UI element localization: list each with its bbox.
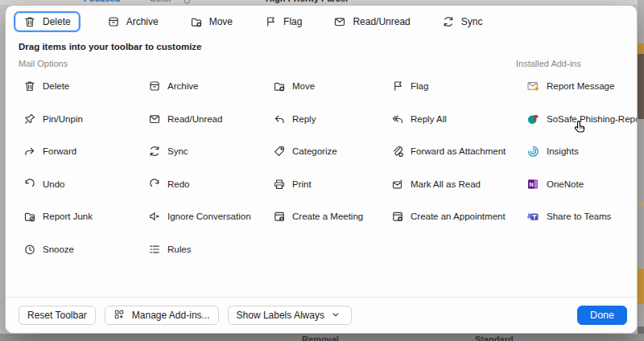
mail-option-reply-all[interactable]: Reply All	[386, 113, 510, 125]
toolbar-item-sync[interactable]: Sync	[437, 11, 488, 32]
mail-option-archive[interactable]: Archive	[143, 80, 268, 92]
ignore-conversation-icon	[148, 210, 161, 223]
mail-option-snooze[interactable]: Snooze	[19, 243, 143, 256]
move-icon	[190, 15, 203, 28]
mail-option-label: Reply	[292, 114, 316, 124]
mail-option-rules[interactable]: Rules	[143, 243, 268, 256]
mail-option-mark-all-as-read[interactable]: Mark All as Read	[386, 178, 510, 191]
categorize-icon	[273, 145, 286, 158]
addin-share-to-teams[interactable]: Share to Teams	[516, 200, 637, 233]
background-category-brown	[638, 54, 644, 119]
mail-option-label: Create a Meeting	[292, 212, 363, 221]
mail-option-label: Forward as Attachment	[411, 146, 506, 156]
background-right-strip	[638, 0, 644, 341]
background-focused-tab: Focused	[84, 0, 120, 3]
mail-option-pin-unpin[interactable]: Pin/Unpin	[19, 113, 143, 125]
dialog-footer: Reset Toolbar Manage Add-ins... Show Lab…	[6, 297, 637, 333]
done-button[interactable]: Done	[577, 306, 627, 325]
mail-option-label: Redo	[167, 179, 190, 189]
teams-icon	[526, 210, 539, 223]
addin-onenote[interactable]: NOneNote	[516, 168, 637, 201]
mail-option-move[interactable]: Move	[268, 80, 386, 92]
background-category-orange	[638, 43, 644, 54]
mail-option-read-unread[interactable]: Read/Unread	[143, 113, 268, 125]
toolbar-item-read-unread[interactable]: Read/Unread	[328, 11, 415, 32]
move-icon	[273, 80, 286, 92]
addin-sosafe-phishing-reportin[interactable]: SoSafe Phishing-Reportin	[516, 103, 637, 136]
report-junk-icon	[23, 210, 36, 223]
redo-icon	[148, 178, 161, 191]
chevron-down-icon	[330, 309, 343, 322]
mail-option-label: Mark All as Read	[411, 179, 481, 189]
background-email-subject: High Priority Parcel	[266, 0, 348, 3]
mail-option-label: Reply All	[411, 114, 447, 124]
report-message-icon	[526, 80, 539, 92]
mail-option-print[interactable]: Print	[268, 178, 386, 191]
addin-label: Insights	[547, 146, 579, 156]
onenote-icon: N	[526, 178, 539, 191]
clock-icon	[184, 0, 190, 4]
mail-option-label: Move	[292, 81, 315, 91]
addin-label: Report Message	[547, 81, 614, 91]
addin-label: SoSafe Phishing-Reportin	[547, 114, 638, 124]
archive-icon	[107, 15, 120, 28]
toolbar-item-move[interactable]: Move	[185, 11, 237, 32]
mail-option-categorize[interactable]: Categorize	[268, 145, 386, 158]
mail-option-sync[interactable]: Sync	[143, 145, 268, 158]
mail-option-label: Forward	[43, 146, 76, 156]
mail-option-undo[interactable]: Undo	[19, 178, 143, 191]
toolbar-item-label: Sync	[461, 16, 483, 27]
toolbar-item-label: Read/Unread	[353, 16, 410, 27]
toolbar-item-label: Archive	[126, 16, 159, 27]
mail-option-label: Snooze	[43, 244, 74, 254]
toolbar-item-archive[interactable]: Archive	[102, 11, 163, 32]
installed-addins-header: Installed Add-ins	[516, 59, 581, 68]
rules-icon	[148, 243, 161, 256]
mail-option-label: Delete	[43, 81, 69, 91]
mail-option-label: Ignore Conversation	[167, 212, 251, 221]
mail-option-report-junk[interactable]: Report Junk	[19, 210, 143, 223]
mark-all-read-icon	[391, 178, 404, 191]
reset-toolbar-button[interactable]: Reset Toolbar	[19, 306, 96, 325]
mail-options-grid: DeleteArchiveMoveFlagPin/UnpinRead/Unrea…	[19, 70, 510, 265]
print-icon	[273, 178, 286, 191]
mail-option-label: Archive	[167, 81, 198, 91]
mail-option-forward-as-attachment[interactable]: Forward as Attachment	[386, 145, 510, 158]
mail-option-redo[interactable]: Redo	[143, 178, 268, 191]
sync-icon	[148, 145, 161, 158]
toolbar-item-delete[interactable]: Delete	[14, 11, 80, 32]
addin-label: Share to Teams	[547, 212, 611, 221]
toolbar-item-label: Delete	[43, 16, 71, 27]
background-text-fragment-2: Standard	[475, 335, 514, 341]
mail-option-label: Print	[292, 179, 312, 189]
forward-attachment-icon	[391, 145, 404, 158]
mail-option-reply[interactable]: Reply	[268, 113, 386, 125]
sync-icon	[442, 15, 455, 28]
addin-report-message[interactable]: Report Message	[516, 70, 637, 103]
toolbar-item-label: Flag	[283, 16, 302, 27]
addins-list: Report MessageSoSafe Phishing-ReportinIn…	[516, 70, 637, 233]
create-appointment-icon	[391, 210, 404, 223]
background-category-orange-2	[638, 269, 644, 304]
mail-option-forward[interactable]: Forward	[19, 145, 143, 158]
mail-option-create-a-meeting[interactable]: Create a Meeting	[268, 210, 386, 223]
mail-option-label: Rules	[167, 244, 191, 254]
addin-insights[interactable]: Insights	[516, 135, 637, 168]
mail-option-label: Undo	[43, 179, 65, 189]
mail-option-create-an-appointment[interactable]: Create an Appointment	[386, 210, 510, 223]
mail-option-ignore-conversation[interactable]: Ignore Conversation	[143, 210, 268, 223]
toolbar-item-flag[interactable]: Flag	[259, 11, 307, 32]
mail-option-label: Create an Appointment	[411, 212, 506, 221]
mail-option-delete[interactable]: Delete	[19, 80, 143, 92]
mail-option-label: Read/Unread	[167, 114, 222, 124]
background-category-orange-thin	[638, 203, 644, 205]
customize-toolbar-dialog: DeleteArchiveMoveFlagRead/UnreadSync Dra…	[5, 5, 638, 334]
manage-addins-button[interactable]: Manage Add-ins...	[105, 306, 219, 325]
drag-instruction-text: Drag items into your toolbar to customiz…	[19, 42, 201, 51]
mail-option-flag[interactable]: Flag	[386, 80, 510, 92]
show-labels-dropdown[interactable]: Show Labels Always	[228, 306, 352, 325]
pin-icon	[23, 113, 36, 125]
flag-icon	[264, 15, 277, 28]
delete-icon	[23, 80, 36, 92]
svg-text:N: N	[529, 181, 533, 188]
